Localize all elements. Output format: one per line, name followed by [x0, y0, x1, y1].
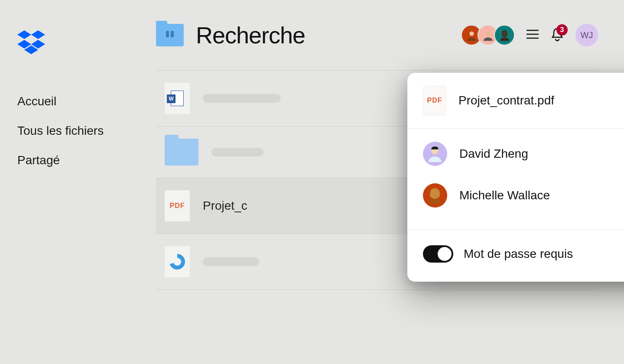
- share-modal: PDF Projet_contrat.pdf David Zheng: [407, 73, 624, 282]
- main-content: Recherche: [143, 0, 624, 364]
- svg-point-6: [486, 31, 490, 36]
- shared-folder-icon: [156, 24, 184, 46]
- nav-home[interactable]: Accueil: [17, 87, 126, 116]
- profile-avatar[interactable]: WJ: [575, 24, 598, 46]
- pdf-badge: PDF: [427, 97, 442, 104]
- share-person-row: Michelle Wallace: [407, 179, 624, 221]
- filename-placeholder: [203, 257, 259, 266]
- dropbox-logo: [17, 30, 126, 56]
- menu-icon[interactable]: [526, 29, 539, 41]
- collaborator-avatars[interactable]: [461, 25, 515, 46]
- word-file-icon: [165, 83, 190, 114]
- person-name: David Zheng: [459, 147, 624, 161]
- password-toggle[interactable]: [423, 245, 453, 263]
- file-name: Projet_c: [203, 199, 247, 213]
- avatar: [423, 183, 447, 208]
- notifications-button[interactable]: 3: [550, 27, 564, 43]
- share-person-row: David Zheng: [407, 129, 624, 179]
- modal-filename: Projet_contrat.pdf: [458, 94, 624, 107]
- modal-header: PDF Projet_contrat.pdf: [407, 73, 624, 129]
- nav-all-files[interactable]: Tous les fichiers: [17, 116, 126, 146]
- avatar: [423, 142, 447, 166]
- pdf-file-icon: PDF: [165, 190, 190, 221]
- person-name: Michelle Wallace: [459, 188, 624, 202]
- filename-placeholder: [211, 148, 263, 156]
- filename-placeholder: [203, 94, 281, 103]
- toggle-knob: [438, 247, 452, 261]
- svg-marker-0: [17, 30, 31, 39]
- chart-file-icon: [165, 246, 190, 277]
- svg-marker-1: [31, 30, 45, 39]
- password-toggle-label: Mot de passe requis: [464, 247, 624, 261]
- avatar: [494, 25, 515, 46]
- folder-icon: [165, 139, 198, 166]
- pdf-file-icon: PDF: [423, 86, 446, 115]
- svg-point-5: [469, 31, 474, 36]
- notification-badge: 3: [556, 24, 568, 36]
- sidebar: Accueil Tous les fichiers Partagé: [0, 0, 143, 364]
- modal-footer: Mot de passe requis Partager: [407, 230, 624, 282]
- pdf-badge: PDF: [170, 202, 185, 210]
- page-header: Recherche: [156, 22, 598, 49]
- page-title: Recherche: [196, 22, 305, 49]
- nav-shared[interactable]: Partagé: [17, 146, 126, 175]
